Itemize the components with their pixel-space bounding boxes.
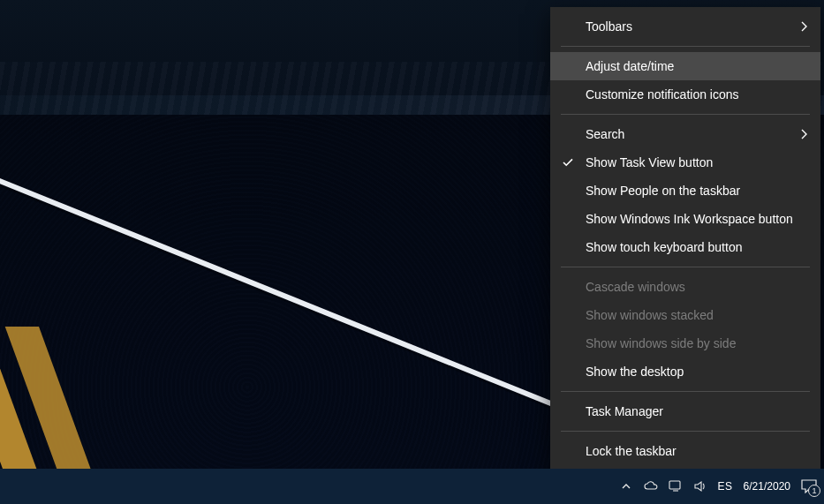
menu-separator (561, 114, 810, 115)
menu-item-label: Show touch keyboard button (586, 240, 742, 254)
tray-chevron-up-icon[interactable] (619, 481, 633, 492)
menu-item-label: Lock the taskbar (586, 444, 677, 458)
menu-item-label: Show Task View button (586, 155, 713, 169)
onedrive-icon[interactable] (644, 481, 658, 492)
menu-separator (561, 391, 810, 392)
menu-item-show-windows-side-by-side: Show windows side by side (550, 329, 820, 357)
menu-item-label: Customize notification icons (586, 87, 739, 102)
taskbar[interactable]: ES 6/21/2020 1 (0, 469, 824, 504)
system-tray: ES 6/21/2020 1 (619, 479, 817, 493)
taskbar-context-menu: Toolbars Adjust date/time Customize noti… (550, 7, 820, 499)
language-indicator[interactable]: ES (718, 480, 733, 493)
menu-item-customize-notification-icons[interactable]: Customize notification icons (550, 80, 820, 109)
svg-rect-1 (669, 481, 680, 489)
menu-separator (561, 46, 810, 47)
menu-item-label: Show People on the taskbar (586, 184, 740, 198)
menu-item-label: Search (586, 127, 624, 141)
menu-item-label: Show windows side by side (586, 336, 736, 350)
checkmark-icon (561, 155, 575, 169)
menu-item-cascade-windows: Cascade windows (550, 273, 820, 301)
menu-item-show-task-view[interactable]: Show Task View button (550, 148, 820, 177)
menu-item-show-windows-stacked: Show windows stacked (550, 301, 820, 329)
menu-item-toolbars[interactable]: Toolbars (550, 12, 820, 41)
volume-icon[interactable] (693, 480, 707, 493)
menu-item-label: Adjust date/time (586, 59, 674, 73)
taskbar-date[interactable]: 6/21/2020 (744, 480, 790, 493)
network-icon[interactable] (669, 480, 683, 493)
chevron-right-icon (801, 21, 808, 32)
menu-item-label: Show windows stacked (586, 308, 714, 322)
menu-separator (561, 267, 810, 267)
menu-item-show-people[interactable]: Show People on the taskbar (550, 177, 820, 205)
menu-item-search[interactable]: Search (550, 120, 820, 148)
menu-item-label: Toolbars (586, 19, 632, 34)
menu-item-label: Show Windows Ink Workspace button (586, 212, 793, 226)
menu-item-label: Task Manager (586, 404, 663, 418)
chevron-right-icon (801, 129, 808, 139)
menu-item-show-touch-keyboard[interactable]: Show touch keyboard button (550, 233, 820, 261)
menu-item-label: Show the desktop (586, 365, 684, 379)
menu-item-label: Cascade windows (586, 280, 685, 294)
notification-badge: 1 (808, 485, 820, 497)
menu-item-task-manager[interactable]: Task Manager (550, 397, 820, 425)
menu-item-adjust-datetime[interactable]: Adjust date/time (550, 52, 820, 80)
menu-separator (561, 431, 810, 432)
action-center-icon[interactable]: 1 (801, 479, 817, 493)
menu-item-show-desktop[interactable]: Show the desktop (550, 357, 820, 386)
menu-item-show-ink-workspace[interactable]: Show Windows Ink Workspace button (550, 205, 820, 233)
menu-item-lock-taskbar[interactable]: Lock the taskbar (550, 437, 820, 465)
